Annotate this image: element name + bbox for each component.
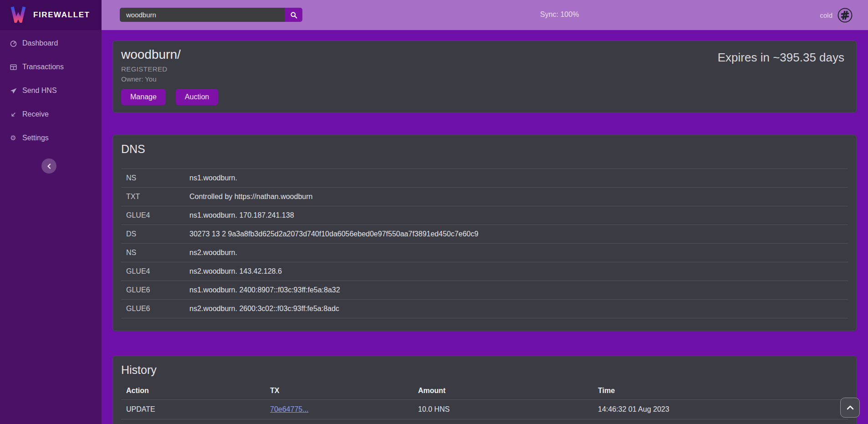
- wallet-name: cold: [820, 11, 832, 19]
- sidebar-item-receive[interactable]: Receive: [0, 102, 102, 126]
- dns-table: NS ns1.woodburn. TXT Controlled by https…: [121, 169, 848, 318]
- table-icon: [9, 63, 17, 71]
- dns-record-row: TXT Controlled by https://nathan.woodbur…: [121, 188, 848, 206]
- history-action: RENEW: [121, 419, 265, 424]
- sync-status: Sync: 100%: [540, 10, 579, 19]
- auction-button[interactable]: Auction: [176, 89, 218, 105]
- domain-owner: Owner: You: [121, 75, 848, 83]
- dns-record-type: NS: [121, 169, 189, 188]
- sidebar-item-settings[interactable]: ⚙ Settings: [0, 126, 102, 150]
- sidebar-item-label: Dashboard: [22, 39, 58, 47]
- dns-record-value: Controlled by https://nathan.woodburn: [189, 188, 848, 206]
- dns-record-row: GLUE6 ns2.woodburn. 2600:3c02::f03c:93ff…: [121, 300, 848, 318]
- sidebar: FIREWALLET Dashboard Transactions: [0, 0, 102, 424]
- dns-record-value: ns2.woodburn. 143.42.128.6: [189, 262, 848, 281]
- sidebar-item-dashboard[interactable]: Dashboard: [0, 31, 102, 55]
- firewallet-logo-icon: [10, 5, 26, 25]
- history-col-action: Action: [121, 382, 265, 399]
- history-row: UPDATE 70e64775... 10.0 HNS 14:46:32 01 …: [121, 399, 848, 419]
- domain-actions: Manage Auction: [121, 89, 848, 105]
- search-button[interactable]: [285, 8, 302, 22]
- domain-card: woodburn/ REGISTERED Owner: You Manage A…: [112, 41, 857, 113]
- history-amount: 10.0 HNS: [413, 419, 593, 424]
- dns-record-row: NS ns1.woodburn.: [121, 169, 848, 188]
- chevron-left-icon: [46, 163, 52, 169]
- history-time: 15:47:36 07 Feb 2023: [593, 419, 848, 424]
- dns-record-row: DS 30273 13 2 9a3a8fb3d625d2a2073d740f10…: [121, 225, 848, 244]
- topbar: Sync: 100% cold: [102, 0, 868, 30]
- history-amount: 10.0 HNS: [413, 399, 593, 419]
- sidebar-item-transactions[interactable]: Transactions: [0, 55, 102, 79]
- dns-record-value: ns2.woodburn.: [189, 244, 848, 262]
- dns-record-type: GLUE4: [121, 206, 189, 225]
- domain-status: REGISTERED: [121, 65, 848, 73]
- dns-record-row: GLUE6 ns1.woodburn. 2400:8907::f03c:93ff…: [121, 281, 848, 300]
- dns-record-value: ns2.woodburn. 2600:3c02::f03c:93ff:fe5a:…: [189, 300, 848, 318]
- gear-icon: ⚙: [9, 134, 17, 142]
- receive-arrow-icon: [9, 110, 17, 118]
- search-bar: [120, 8, 302, 22]
- gauge-icon: [9, 39, 17, 47]
- manage-button[interactable]: Manage: [121, 89, 166, 105]
- history-col-amount: Amount: [413, 382, 593, 399]
- search-input[interactable]: [120, 8, 285, 22]
- sidebar-item-label: Transactions: [22, 63, 64, 71]
- dns-record-type: DS: [121, 225, 189, 244]
- dns-record-value: ns1.woodburn. 2400:8907::f03c:93ff:fe5a:…: [189, 281, 848, 300]
- dns-record-row: NS ns2.woodburn.: [121, 244, 848, 262]
- dns-record-type: GLUE6: [121, 281, 189, 300]
- dns-record-type: GLUE6: [121, 300, 189, 318]
- paper-plane-icon: [9, 87, 17, 95]
- history-col-time: Time: [593, 382, 848, 399]
- wallet-selector[interactable]: cold: [820, 0, 853, 30]
- search-icon: [290, 11, 297, 19]
- history-card: History Action TX Amount Time UPDATE 70e…: [112, 356, 857, 424]
- sidebar-item-send-hns[interactable]: Send HNS: [0, 79, 102, 102]
- main-content: woodburn/ REGISTERED Owner: You Manage A…: [102, 30, 868, 424]
- sidebar-item-label: Receive: [22, 110, 49, 118]
- history-table: Action TX Amount Time UPDATE 70e64775...…: [121, 382, 848, 424]
- dns-title: DNS: [121, 143, 848, 156]
- sidebar-header: FIREWALLET: [0, 0, 102, 30]
- dns-record-row: GLUE4 ns1.woodburn. 170.187.241.138: [121, 206, 848, 225]
- dns-record-type: TXT: [121, 188, 189, 206]
- history-header-row: Action TX Amount Time: [121, 382, 848, 399]
- history-col-tx: TX: [265, 382, 413, 399]
- dns-record-row: GLUE4 ns2.woodburn. 143.42.128.6: [121, 262, 848, 281]
- history-title: History: [121, 363, 848, 377]
- dns-record-type: GLUE4: [121, 262, 189, 281]
- handshake-logo-icon: [837, 8, 853, 23]
- app-title: FIREWALLET: [33, 10, 90, 20]
- dns-card: DNS NS ns1.woodburn. TXT Controlled by h…: [112, 135, 857, 331]
- dns-record-value: ns1.woodburn. 170.187.241.138: [189, 206, 848, 225]
- sidebar-nav: Dashboard Transactions Send HNS: [0, 31, 102, 150]
- history-action: UPDATE: [121, 399, 265, 419]
- sidebar-item-label: Send HNS: [22, 87, 57, 95]
- chevron-up-icon: [847, 405, 854, 410]
- sidebar-item-label: Settings: [22, 134, 49, 142]
- tx-link[interactable]: 70e64775...: [270, 405, 309, 413]
- scroll-to-top-button[interactable]: [840, 398, 860, 418]
- history-time: 14:46:32 01 Aug 2023: [593, 399, 848, 419]
- history-row: RENEW d73e3ef... 10.0 HNS 15:47:36 07 Fe…: [121, 419, 848, 424]
- sidebar-collapse-button[interactable]: [41, 158, 56, 174]
- domain-expiry: Expires in ~395.35 days: [718, 51, 844, 65]
- dns-record-type: NS: [121, 244, 189, 262]
- dns-record-value: ns1.woodburn.: [189, 169, 848, 188]
- dns-record-value: 30273 13 2 9a3a8fb3d625d2a2073d740f10da6…: [189, 225, 848, 244]
